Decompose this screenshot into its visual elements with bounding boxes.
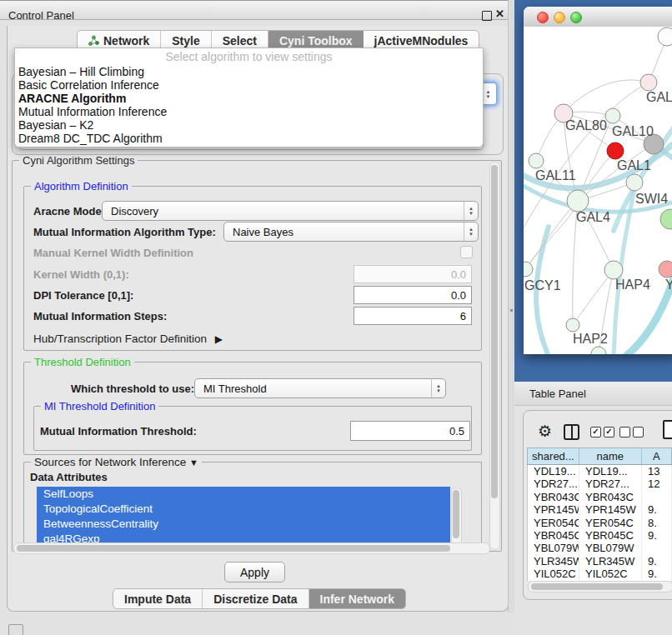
- tab-impute-data[interactable]: Impute Data: [113, 589, 203, 608]
- data-attributes-list[interactable]: SelfLoopsTopologicalCoefficientBetweenne…: [37, 487, 450, 547]
- table-horizontal-scrollbar[interactable]: [528, 581, 672, 592]
- table-cell[interactable]: YBR045C: [579, 529, 642, 542]
- network-node-hap4[interactable]: [604, 261, 623, 279]
- which-threshold-combo[interactable]: MI Threshold ▲▼: [194, 378, 446, 398]
- gear-icon[interactable]: ⚙: [538, 422, 552, 441]
- close-window-icon[interactable]: ✕: [495, 8, 504, 20]
- table-cell[interactable]: YBL079W: [579, 542, 642, 554]
- manual-kernel-checkbox[interactable]: [460, 246, 473, 258]
- network-node[interactable]: [660, 209, 672, 229]
- deselect-all-checkboxes-icon[interactable]: [619, 427, 646, 438]
- algorithm-option[interactable]: Bayesian – K2: [15, 118, 483, 132]
- table-horizontal-scrollbar-thumb[interactable]: [531, 583, 663, 590]
- network-node-y[interactable]: [659, 261, 672, 278]
- table-cell[interactable]: YBR045C: [528, 529, 579, 542]
- table-cell[interactable]: YDR27...: [528, 478, 579, 490]
- columns-icon[interactable]: [564, 424, 579, 440]
- partial-corner-button[interactable]: [8, 624, 23, 635]
- column-header[interactable]: A: [642, 448, 671, 464]
- dpi-tolerance-input[interactable]: 0.0: [354, 286, 472, 304]
- table-cell[interactable]: YER054C: [528, 517, 579, 529]
- mi-algorithm-type-combo[interactable]: Naive Bayes ▲▼: [223, 222, 479, 242]
- table-rows-container: YDL19...YDL19...13YDR27...YDR27...12YBR0…: [527, 465, 672, 581]
- network-node-gcy1[interactable]: [524, 262, 533, 277]
- zoom-traffic-light-icon[interactable]: [570, 12, 582, 23]
- apply-button[interactable]: Apply: [224, 562, 285, 582]
- table-cell[interactable]: YBL079W: [528, 542, 579, 554]
- table-row[interactable]: YER054CYER054C8.: [528, 517, 672, 529]
- algorithm-option[interactable]: Dream8 DC_TDC Algorithm: [15, 132, 483, 145]
- table-cell[interactable]: 8.: [642, 517, 672, 529]
- table-row[interactable]: YDR27...YDR27...12: [528, 478, 672, 490]
- table-cell[interactable]: [642, 491, 672, 503]
- table-cell[interactable]: 9.: [642, 503, 672, 516]
- table-cell[interactable]: YDR27...: [579, 478, 642, 490]
- table-cell[interactable]: YPR145W: [528, 503, 579, 516]
- tab-infer-network[interactable]: Infer Network: [309, 589, 405, 608]
- data-attribute-item[interactable]: BetweennessCentrality: [37, 517, 450, 532]
- hub-section-toggle[interactable]: Hub/Transcription Factor Definition ▶: [33, 332, 223, 345]
- network-node-hap2[interactable]: [566, 318, 579, 332]
- column-header[interactable]: shared...: [528, 448, 579, 464]
- settings-horizontal-scrollbar-thumb[interactable]: [17, 545, 450, 552]
- attributes-scrollbar[interactable]: [451, 488, 462, 548]
- table-cell[interactable]: 9.: [642, 529, 672, 542]
- table-cell[interactable]: YBR043C: [528, 491, 579, 503]
- table-cell[interactable]: YDL19...: [579, 465, 642, 478]
- table-cell[interactable]: YER054C: [579, 517, 642, 529]
- tab-discretize-data[interactable]: Discretize Data: [203, 589, 308, 608]
- sources-group-title[interactable]: Sources for Network Inference ▼: [31, 456, 202, 468]
- close-traffic-light-icon[interactable]: [537, 12, 549, 23]
- settings-horizontal-scrollbar[interactable]: [13, 542, 490, 554]
- network-node-swi4[interactable]: [626, 174, 643, 191]
- table-row[interactable]: YBR043CYBR043C: [528, 491, 672, 503]
- table-row[interactable]: YBR045CYBR045C9.: [528, 529, 672, 542]
- table-row[interactable]: YPR145WYPR145W9.: [528, 503, 672, 516]
- network-node-gal1[interactable]: [607, 142, 624, 159]
- algorithm-option[interactable]: Basic Correlation Inference: [15, 78, 483, 92]
- data-attribute-item[interactable]: SelfLoops: [37, 487, 450, 502]
- table-cell[interactable]: 9.: [642, 568, 672, 580]
- splitter-grip[interactable]: [510, 309, 513, 312]
- table-cell[interactable]: 13: [642, 465, 672, 478]
- table-cell[interactable]: 12: [642, 478, 672, 490]
- aracne-mode-combo[interactable]: Discovery ▲▼: [102, 201, 479, 221]
- table-row[interactable]: YLR345WYLR345W9.: [528, 555, 672, 568]
- network-node-gal[interactable]: [640, 74, 657, 91]
- mi-threshold-input[interactable]: 0.5: [350, 421, 470, 441]
- mi-steps-input[interactable]: 6: [354, 307, 472, 325]
- network-node-gal4[interactable]: [567, 190, 589, 212]
- table-cell[interactable]: YDL19...: [528, 465, 579, 478]
- table-cell[interactable]: YBR043C: [579, 491, 642, 503]
- select-all-checkboxes-icon[interactable]: ✓✓: [590, 427, 617, 438]
- table-cell[interactable]: YIL052C: [579, 568, 642, 580]
- table-row[interactable]: YIL052CYIL052C9.: [528, 568, 672, 580]
- algorithm-option[interactable]: ARACNE Algorithm: [15, 92, 483, 105]
- table-cell[interactable]: YPR145W: [579, 503, 642, 516]
- algorithm-option[interactable]: Mutual Information Inference: [15, 105, 483, 118]
- kernel-width-input[interactable]: 0.0: [354, 265, 472, 283]
- minimize-traffic-light-icon[interactable]: [554, 12, 565, 23]
- attributes-scrollbar-thumb[interactable]: [453, 490, 459, 538]
- network-window-titlebar[interactable]: [524, 7, 672, 28]
- table-cell[interactable]: YIL052C: [528, 568, 579, 580]
- algorithm-option[interactable]: Bayesian – Hill Climbing: [15, 65, 483, 78]
- float-window-icon[interactable]: [482, 11, 492, 21]
- network-node-gal11[interactable]: [529, 153, 544, 168]
- table-cell[interactable]: YLR345W: [579, 555, 642, 568]
- network-node[interactable]: [591, 347, 606, 354]
- table-row[interactable]: YDL19...YDL19...13: [528, 465, 672, 478]
- data-attribute-item[interactable]: TopologicalCoefficient: [37, 502, 450, 517]
- column-header[interactable]: name: [579, 448, 642, 464]
- table-cell[interactable]: YLR345W: [528, 555, 579, 568]
- settings-vertical-scrollbar[interactable]: [489, 162, 500, 550]
- network-node[interactable]: [658, 28, 672, 46]
- export-table-icon[interactable]: [663, 420, 672, 439]
- network-node[interactable]: [605, 108, 620, 123]
- network-edge[interactable]: [564, 80, 649, 113]
- table-row[interactable]: YBL079WYBL079W: [528, 542, 672, 554]
- table-cell[interactable]: [642, 542, 672, 554]
- network-canvas[interactable]: GALGAL80GAL10GAL1GAL11SWI4GAL4GCY1HAP4YH…: [524, 27, 672, 354]
- table-cell[interactable]: 9.: [642, 555, 672, 568]
- settings-vertical-scrollbar-thumb[interactable]: [491, 165, 498, 498]
